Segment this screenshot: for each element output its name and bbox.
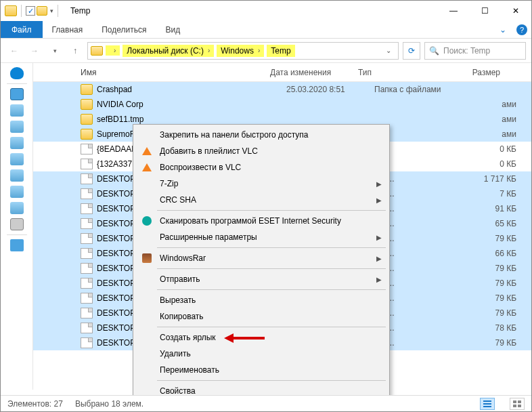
sidebar-network-icon[interactable]	[10, 239, 24, 251]
file-icon	[81, 323, 93, 333]
submenu-arrow-icon: ▶	[376, 234, 382, 241]
sidebar-onedrive-icon[interactable]	[10, 67, 24, 79]
address-bar[interactable]: › Локальный диск (C:)› Windows› Temp ⌄	[87, 42, 399, 60]
sidebar-thispc-icon[interactable]	[10, 88, 24, 100]
details-icon	[483, 400, 491, 407]
ribbon-file-tab[interactable]: Файл	[1, 21, 43, 38]
ribbon-view-tab[interactable]: Вид	[156, 21, 190, 38]
breadcrumb-seg3[interactable]: Temp	[267, 45, 294, 57]
file-size: 79 КБ	[462, 279, 523, 288]
search-placeholder: Поиск: Temp	[443, 46, 490, 56]
qat-checkbox[interactable]: ✓	[26, 6, 35, 16]
nav-recent-dropdown[interactable]: ▾	[47, 43, 63, 59]
sidebar-documents-icon[interactable]	[10, 137, 24, 149]
file-size: 79 КБ	[462, 308, 523, 318]
separator	[21, 5, 22, 17]
thumbnails-icon	[513, 400, 521, 407]
file-icon	[81, 308, 93, 318]
maximize-button[interactable]: ☐	[469, 1, 500, 21]
file-size: 1 717 КБ	[462, 174, 523, 184]
sidebar-videos-icon[interactable]	[10, 202, 24, 214]
sidebar-desktop-icon[interactable]	[10, 186, 24, 198]
submenu-arrow-icon: ▶	[376, 197, 382, 204]
ctx-pin[interactable]: Закрепить на панели быстрого доступа	[135, 127, 387, 143]
ctx-vlc-play[interactable]: Воспроизвести в VLC	[135, 159, 387, 176]
ctx-shortcut[interactable]: Создать ярлык	[135, 329, 387, 346]
file-size: ами	[462, 100, 523, 109]
ctx-copy[interactable]: Копировать	[135, 308, 387, 325]
sidebar-folder-icon[interactable]	[10, 104, 24, 117]
sidebar-pictures-icon[interactable]	[10, 153, 24, 165]
ribbon-home-tab[interactable]: Главная	[43, 21, 93, 38]
file-size: 0 КБ	[462, 159, 523, 169]
sidebar-disk-icon[interactable]	[10, 218, 24, 230]
qat-dropdown-icon[interactable]: ▾	[50, 7, 53, 14]
ctx-advanced[interactable]: Расширенные параметры▶	[135, 229, 387, 245]
app-icon[interactable]	[5, 5, 17, 16]
address-dropdown-icon[interactable]: ⌄	[382, 47, 395, 54]
ctx-delete[interactable]: Удалить	[135, 346, 387, 362]
ctx-cut[interactable]: Вырезать	[135, 292, 387, 308]
file-icon	[81, 233, 93, 244]
svg-rect-1	[483, 403, 491, 405]
ribbon-share-tab[interactable]: Поделиться	[92, 21, 156, 38]
col-date[interactable]: Дата изменения	[270, 68, 358, 77]
submenu-arrow-icon: ▶	[376, 255, 382, 262]
breadcrumb-seg1[interactable]: Локальный диск (C:)›	[123, 45, 214, 57]
ctx-crc[interactable]: CRC SHA▶	[135, 192, 387, 208]
search-input[interactable]: 🔍 Поиск: Temp	[424, 42, 526, 60]
svg-rect-3	[513, 400, 516, 403]
menu-separator	[157, 247, 386, 248]
separator	[58, 5, 58, 17]
file-row[interactable]: NVIDIA Corpами	[33, 97, 531, 112]
file-size: 91 КБ	[462, 204, 523, 213]
file-name: NVIDIA Corp	[97, 100, 286, 109]
sidebar-divider	[7, 234, 27, 235]
ctx-rename[interactable]: Переименовать	[135, 362, 387, 378]
ctx-winrar[interactable]: WindowsRar▶	[135, 250, 387, 266]
minimize-button[interactable]: —	[438, 1, 469, 21]
help-button[interactable]: ?	[512, 21, 531, 38]
sidebar-music-icon[interactable]	[10, 169, 24, 182]
file-size: 78 КБ	[462, 323, 523, 333]
qat-open-icon[interactable]	[37, 6, 47, 16]
nav-back-button[interactable]: ←	[6, 43, 22, 59]
ctx-sendto[interactable]: Отправить▶	[135, 271, 387, 287]
quick-access-toolbar: ✓ ▾	[1, 5, 65, 17]
menu-separator	[157, 327, 386, 327]
nav-up-button[interactable]: ↑	[67, 43, 83, 59]
file-icon	[81, 188, 93, 199]
eset-icon	[142, 216, 152, 226]
file-size: ами	[462, 129, 523, 139]
window-title: Temp	[70, 6, 90, 16]
view-details-button[interactable]	[480, 398, 495, 410]
sidebar-divider	[7, 83, 27, 84]
file-size: 79 КБ	[462, 264, 523, 273]
refresh-button[interactable]: ⟳	[403, 42, 420, 60]
file-size: 79 КБ	[462, 338, 523, 348]
search-icon: 🔍	[429, 46, 439, 56]
breadcrumb-root-arrow[interactable]: ›	[106, 45, 120, 56]
status-count: Элементов: 27	[7, 399, 63, 409]
close-button[interactable]: ✕	[500, 1, 531, 21]
col-name[interactable]: Имя	[81, 68, 270, 77]
ctx-7zip[interactable]: 7-Zip▶	[135, 176, 387, 192]
breadcrumb-label: Windows	[221, 46, 254, 56]
file-name: Crashpad	[97, 85, 286, 94]
file-size: 66 КБ	[462, 249, 523, 258]
ribbon-expand-icon[interactable]: ⌄	[493, 21, 512, 38]
view-thumbnails-button[interactable]	[510, 398, 525, 410]
svg-rect-0	[483, 400, 491, 402]
breadcrumb-seg2[interactable]: Windows›	[217, 45, 264, 57]
col-size[interactable]: Размер	[446, 68, 507, 77]
file-row[interactable]: Crashpad25.03.2020 8:51Папка с файлами	[33, 82, 531, 97]
col-type[interactable]: Тип	[358, 68, 446, 77]
ctx-eset[interactable]: Сканировать программой ESET Internet Sec…	[135, 213, 387, 229]
ctx-vlc-add[interactable]: Добавить в плейлист VLC	[135, 143, 387, 159]
menu-separator	[157, 268, 386, 269]
file-icon	[81, 173, 93, 184]
sidebar-downloads-icon[interactable]	[10, 121, 24, 133]
nav-forward-button[interactable]: →	[26, 43, 43, 59]
file-size: 7 КБ	[462, 189, 523, 199]
file-icon	[81, 263, 93, 274]
